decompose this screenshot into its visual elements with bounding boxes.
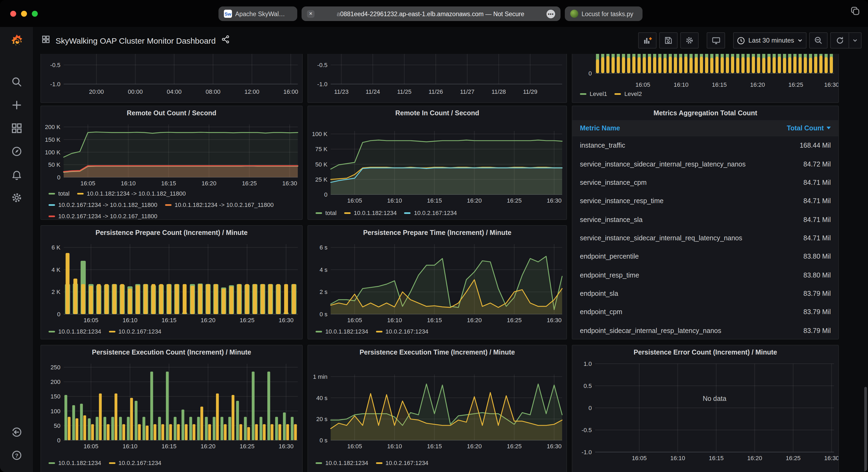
table-row: service_instance_sidecar_internal_req_la…	[572, 229, 838, 247]
refresh-interval-dropdown[interactable]	[848, 32, 862, 48]
svg-text:0: 0	[57, 174, 60, 181]
configuration-icon[interactable]	[7, 189, 26, 207]
table-row: service_instance_sla84.71 Mil	[572, 210, 838, 229]
tab-options-icon[interactable]: •••	[547, 9, 555, 18]
total-count-cell: 84.71 Mil	[804, 198, 831, 205]
panel-title[interactable]: Remote Out Count / Second	[41, 106, 302, 120]
svg-text:50 K: 50 K	[315, 161, 328, 168]
refresh-button[interactable]	[830, 32, 848, 48]
sign-in-icon[interactable]	[7, 423, 26, 441]
help-icon[interactable]: ?	[7, 446, 26, 465]
panel-title[interactable]: Remote In Count / Second	[308, 106, 566, 120]
panel-title[interactable]: Persistence Execution Count (Increment) …	[41, 345, 302, 360]
metric-name-cell: endpoint_sidecar_internal_resp_latency_n…	[580, 327, 721, 335]
legend-item[interactable]: 10.0.2.167:1234 -> 10.0.2.167_11800	[49, 211, 157, 220]
panel-title[interactable]: Metrics Aggregation Total Count	[572, 106, 838, 120]
panel-title[interactable]: Persistence Prepare Count (Increment) / …	[41, 226, 302, 240]
zoom-window-button[interactable]	[32, 10, 38, 16]
svg-text:No data: No data	[703, 395, 726, 402]
svg-text:16:25: 16:25	[240, 443, 254, 450]
legend-item[interactable]: 10.0.2.167:1234	[404, 207, 457, 219]
prepare-count-chart: 16:0516:1016:1516:2016:2516:3002 K4 K6 K	[41, 240, 302, 324]
svg-text:16:30: 16:30	[279, 317, 293, 324]
svg-text:16:10: 16:10	[387, 197, 402, 204]
zoom-out-button[interactable]	[809, 32, 828, 48]
screen: Sw Apache SkyWalki... ✕ a0881eed4-229612…	[0, 0, 868, 472]
svg-text:4 K: 4 K	[52, 266, 60, 273]
tab-locust[interactable]: Locust for tasks.py	[565, 6, 643, 21]
svg-text:16:15: 16:15	[427, 317, 442, 324]
panel-remote-in-count: Remote In Count / Second 16:0516:1016:15…	[308, 106, 567, 220]
dashboard-settings-button[interactable]	[681, 32, 699, 48]
add-panel-button[interactable]	[639, 32, 657, 48]
svg-text:11/24: 11/24	[366, 88, 380, 95]
svg-text:04:00: 04:00	[167, 88, 182, 95]
legend-item[interactable]: 10.0.2.167:1234	[109, 326, 161, 337]
cycle-view-mode-button[interactable]	[707, 32, 725, 48]
time-range-picker[interactable]: Last 30 minutes	[734, 32, 806, 48]
panel-title[interactable]: Persistence Error Count (Increment) / Mi…	[572, 345, 838, 360]
search-icon[interactable]	[7, 73, 26, 91]
panel-title[interactable]: Persistence Prepare Time (Increment) / M…	[308, 226, 566, 240]
legend-item[interactable]: 10.0.2.167:1234 -> 10.0.1.182_11800	[49, 199, 157, 211]
legend-item[interactable]: 10.0.1.182:1234	[49, 326, 101, 337]
svg-text:16:15: 16:15	[161, 443, 177, 450]
legend-item[interactable]: 10.0.2.167:1234	[109, 458, 161, 469]
legend-item[interactable]: Level1	[580, 88, 607, 100]
legend-item[interactable]: total	[316, 207, 337, 219]
skywalking-favicon: Sw	[224, 10, 232, 18]
legend-item[interactable]: 10.0.1.182:1234	[316, 458, 368, 469]
page-title[interactable]: SkyWalking OAP Cluster Monitor Dashboard	[56, 36, 216, 45]
svg-text:16:25: 16:25	[507, 443, 522, 450]
tab-apache-skywalking[interactable]: Sw Apache SkyWalki...	[218, 6, 297, 21]
dashboard-grid: 20:0000:0004:0008:0012:0016:00-0.5-1.0 1…	[33, 54, 868, 472]
close-tab-icon[interactable]: ✕	[307, 10, 314, 18]
legend-item[interactable]: 10.0.2.167:1234	[376, 458, 428, 469]
legend-item[interactable]: 10.0.1.182:1234	[344, 207, 397, 219]
total-count-cell: 83.79 Mil	[804, 290, 831, 297]
column-header-metric-name[interactable]: Metric Name	[580, 124, 620, 132]
grafana-logo-icon[interactable]	[7, 33, 26, 51]
svg-text:16:05: 16:05	[84, 317, 98, 324]
minimize-window-button[interactable]	[21, 10, 27, 16]
dashboards-icon[interactable]	[7, 119, 26, 137]
metric-name-cell: service_instance_sla	[580, 216, 643, 223]
legend-item[interactable]: 10.0.1.182:1234 -> 10.0.2.167_11800	[165, 199, 274, 211]
svg-text:150: 150	[51, 393, 60, 400]
tab-grafana-dashboard[interactable]: ✕ a0881eed4-22961232.ap-east-1.elb.amazo…	[302, 6, 560, 21]
explore-icon[interactable]	[7, 142, 26, 161]
save-dashboard-button[interactable]	[659, 32, 678, 48]
total-count-cell: 84.71 Mil	[804, 179, 831, 187]
close-window-button[interactable]	[10, 10, 16, 16]
panel-title[interactable]: Persistence Execution Time (Increment) /…	[308, 345, 566, 360]
cutoff-middle-chart: 11/2311/2411/2511/2611/2711/2811/29-0.5-…	[308, 54, 566, 103]
legend-item[interactable]: total	[49, 188, 70, 199]
table-row: endpoint_cpm83.79 Mil	[572, 303, 838, 322]
dashboard-squares-icon[interactable]	[41, 35, 50, 46]
column-header-total-count[interactable]: Total Count	[787, 124, 831, 132]
svg-text:16:15: 16:15	[427, 443, 442, 450]
legend-item[interactable]: 10.0.1.182:1234 -> 10.0.1.182_11800	[77, 188, 186, 199]
panel-exec-time: Persistence Execution Time (Increment) /…	[308, 345, 567, 472]
metric-name-cell: service_instance_cpm	[580, 179, 647, 187]
svg-text:0 s: 0 s	[320, 437, 328, 444]
legend-item[interactable]: 10.0.2.167:1234	[376, 326, 428, 337]
share-icon[interactable]	[221, 35, 230, 46]
create-icon[interactable]	[7, 96, 26, 114]
svg-text:16:30: 16:30	[824, 81, 838, 88]
legend-item[interactable]: 10.0.1.182:1234	[316, 326, 368, 337]
exec-count-chart: 16:0516:1016:1516:2016:2516:300501001502…	[41, 360, 302, 450]
svg-text:16:20: 16:20	[467, 443, 482, 450]
svg-text:16:20: 16:20	[467, 317, 482, 324]
svg-text:16:20: 16:20	[467, 197, 482, 204]
tab-overview-icon[interactable]	[850, 5, 861, 18]
svg-text:16:15: 16:15	[712, 81, 727, 88]
alerting-icon[interactable]	[7, 165, 26, 184]
scrollbar-thumb[interactable]	[864, 387, 867, 472]
legend-item[interactable]: 10.0.1.182:1234	[49, 458, 101, 469]
svg-text:250: 250	[51, 364, 60, 371]
svg-text:16:15: 16:15	[427, 197, 442, 204]
legend-item[interactable]: Level2	[615, 88, 642, 100]
svg-text:16:05: 16:05	[632, 455, 647, 462]
svg-text:0: 0	[57, 437, 60, 444]
